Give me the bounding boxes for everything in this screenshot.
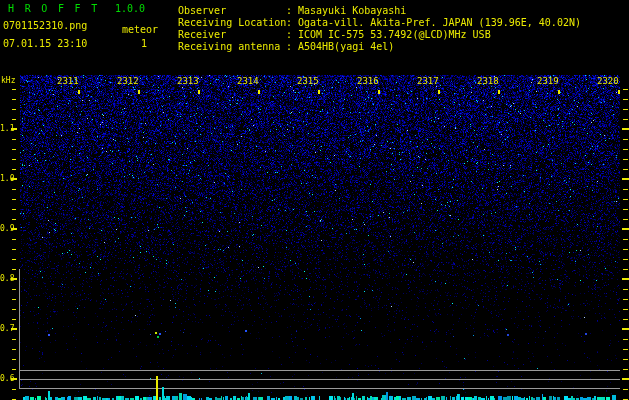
y-axis-major-tick-left (11, 178, 17, 180)
y-axis-minor-tick-left (12, 109, 16, 110)
x-axis-tick (198, 90, 200, 94)
y-axis-minor-tick-left (12, 89, 16, 90)
y-axis-minor-tick-left (12, 199, 16, 200)
y-axis-minor-tick-left (12, 119, 16, 120)
x-axis-tick (138, 90, 140, 94)
y-axis-minor-tick-left (12, 209, 16, 210)
y-axis-minor-tick-right (623, 99, 628, 100)
y-axis-minor-tick-left (12, 259, 16, 260)
x-axis-label: 2318 (477, 76, 499, 86)
y-axis-minor-tick-left (12, 189, 16, 190)
y-axis-minor-tick-right (623, 159, 628, 160)
hrofft-window: H R O F F T 1.0.0 0701152310.png meteor … (0, 0, 629, 400)
y-axis-minor-tick-right (623, 209, 628, 210)
x-axis-label: 2316 (357, 76, 379, 86)
y-axis-major-tick-right (622, 378, 629, 380)
y-axis-unit-label: kHz (1, 76, 15, 85)
y-axis-minor-tick-left (12, 139, 16, 140)
y-axis-major-tick-left (11, 328, 17, 330)
x-axis-tick (318, 90, 320, 94)
y-axis-minor-tick-right (623, 349, 628, 350)
y-axis-major-tick-left (11, 278, 17, 280)
y-axis-minor-tick-right (623, 319, 628, 320)
y-axis-minor-tick-right (623, 189, 628, 190)
y-axis-minor-tick-right (623, 359, 628, 360)
y-axis-minor-tick-left (12, 219, 16, 220)
y-axis-minor-tick-right (623, 339, 628, 340)
y-axis-minor-tick-right (623, 139, 628, 140)
y-axis-minor-tick-right (623, 249, 628, 250)
y-axis-major-tick-left (11, 228, 17, 230)
y-axis-minor-tick-right (623, 169, 628, 170)
x-axis-label: 2314 (237, 76, 259, 86)
x-axis-tick (618, 90, 620, 94)
x-axis-label: 2312 (117, 76, 139, 86)
x-axis-tick (378, 90, 380, 94)
x-axis-tick (498, 90, 500, 94)
y-axis-minor-tick-right (623, 289, 628, 290)
y-axis-major-tick-right (622, 128, 629, 130)
axes-overlay: kHz 231123122313231423152316231723182319… (0, 0, 629, 400)
x-axis-tick (78, 90, 80, 94)
x-axis-label: 2311 (57, 76, 79, 86)
y-axis-minor-tick-left (12, 239, 16, 240)
y-axis-major-tick-right (622, 328, 629, 330)
y-axis-minor-tick-right (623, 269, 628, 270)
y-axis-minor-tick-right (623, 109, 628, 110)
x-axis-tick (258, 90, 260, 94)
y-axis-minor-tick-right (623, 219, 628, 220)
y-axis-minor-tick-left (12, 389, 16, 390)
y-axis-minor-tick-right (623, 309, 628, 310)
y-axis-minor-tick-right (623, 119, 628, 120)
y-axis-major-tick-right (622, 228, 629, 230)
y-axis-minor-tick-left (12, 159, 16, 160)
y-axis-minor-tick-left (12, 169, 16, 170)
y-axis-minor-tick-left (12, 349, 16, 350)
x-axis-label: 2317 (417, 76, 439, 86)
y-axis-minor-tick-left (12, 339, 16, 340)
y-axis-major-tick-left (11, 128, 17, 130)
y-axis-minor-tick-right (623, 299, 628, 300)
y-axis-minor-tick-left (12, 369, 16, 370)
y-axis-minor-tick-left (12, 299, 16, 300)
y-axis-minor-tick-right (623, 259, 628, 260)
x-axis-tick (438, 90, 440, 94)
x-axis-label: 2319 (537, 76, 559, 86)
y-axis-major-tick-right (622, 178, 629, 180)
y-axis-minor-tick-left (12, 99, 16, 100)
y-axis-minor-tick-right (623, 239, 628, 240)
x-axis-label: 2313 (177, 76, 199, 86)
y-axis-minor-tick-right (623, 389, 628, 390)
y-axis-minor-tick-left (12, 359, 16, 360)
y-axis-minor-tick-right (623, 89, 628, 90)
y-axis-major-tick-left (11, 378, 17, 380)
y-axis-minor-tick-left (12, 249, 16, 250)
y-axis-minor-tick-left (12, 289, 16, 290)
y-axis-minor-tick-left (12, 319, 16, 320)
y-axis-minor-tick-left (12, 149, 16, 150)
y-axis-minor-tick-right (623, 369, 628, 370)
y-axis-minor-tick-right (623, 199, 628, 200)
x-axis-tick (558, 90, 560, 94)
x-axis-label: 2315 (297, 76, 319, 86)
x-axis-label: 2320 (597, 76, 619, 86)
y-axis-major-tick-right (622, 278, 629, 280)
y-axis-minor-tick-left (12, 309, 16, 310)
y-axis-minor-tick-left (12, 269, 16, 270)
y-axis-minor-tick-right (623, 149, 628, 150)
